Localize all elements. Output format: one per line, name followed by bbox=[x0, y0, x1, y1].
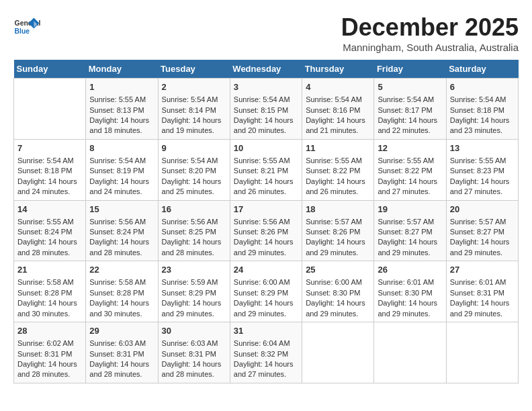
week-row-4: 28Sunrise: 6:02 AMSunset: 8:31 PMDayligh… bbox=[14, 322, 519, 383]
logo: General Blue bbox=[13, 13, 43, 40]
sunrise-time: Sunrise: 5:55 AM bbox=[306, 156, 362, 165]
sunrise-time: Sunrise: 6:00 AM bbox=[234, 278, 290, 286]
daylight-hours: Daylight: 14 hours and 29 minutes. bbox=[378, 238, 437, 256]
week-row-0: 1Sunrise: 5:55 AMSunset: 8:13 PMDaylight… bbox=[14, 79, 519, 140]
daylight-hours: Daylight: 14 hours and 27 minutes. bbox=[234, 360, 294, 378]
day-header-monday: Monday bbox=[86, 60, 158, 79]
calendar-cell: 14Sunrise: 5:55 AMSunset: 8:24 PMDayligh… bbox=[14, 200, 86, 261]
daylight-hours: Daylight: 14 hours and 30 minutes. bbox=[89, 299, 149, 317]
week-row-2: 14Sunrise: 5:55 AMSunset: 8:24 PMDayligh… bbox=[14, 200, 519, 261]
sunrise-time: Sunrise: 6:00 AM bbox=[306, 278, 362, 286]
daylight-hours: Daylight: 14 hours and 21 minutes. bbox=[306, 116, 365, 134]
sunrise-time: Sunrise: 5:54 AM bbox=[306, 95, 362, 103]
sunrise-time: Sunrise: 5:55 AM bbox=[89, 95, 146, 103]
daylight-hours: Daylight: 14 hours and 18 minutes. bbox=[89, 116, 149, 134]
calendar-cell: 19Sunrise: 5:57 AMSunset: 8:27 PMDayligh… bbox=[374, 200, 446, 261]
sunset-time: Sunset: 8:13 PM bbox=[89, 106, 144, 114]
svg-text:Blue: Blue bbox=[15, 28, 30, 35]
day-header-tuesday: Tuesday bbox=[158, 60, 230, 79]
sunset-time: Sunset: 8:27 PM bbox=[378, 228, 432, 236]
calendar-body: 1Sunrise: 5:55 AMSunset: 8:13 PMDaylight… bbox=[14, 79, 519, 383]
month-title: December 2025 bbox=[341, 13, 519, 42]
sunrise-time: Sunrise: 5:56 AM bbox=[162, 218, 218, 226]
calendar-cell: 24Sunrise: 6:00 AMSunset: 8:29 PMDayligh… bbox=[230, 261, 302, 322]
calendar-cell: 5Sunrise: 5:54 AMSunset: 8:17 PMDaylight… bbox=[374, 79, 446, 140]
daylight-hours: Daylight: 14 hours and 30 minutes. bbox=[17, 299, 77, 317]
day-number: 14 bbox=[17, 203, 82, 216]
daylight-hours: Daylight: 14 hours and 29 minutes. bbox=[450, 299, 510, 317]
day-number: 28 bbox=[17, 325, 82, 337]
sunset-time: Sunset: 8:17 PM bbox=[378, 106, 432, 114]
sunrise-time: Sunrise: 5:56 AM bbox=[234, 218, 290, 226]
sunrise-time: Sunrise: 5:58 AM bbox=[89, 278, 146, 286]
sunset-time: Sunset: 8:19 PM bbox=[89, 167, 144, 175]
calendar-cell: 26Sunrise: 6:01 AMSunset: 8:30 PMDayligh… bbox=[374, 261, 446, 322]
day-number: 4 bbox=[306, 81, 370, 93]
calendar-cell: 28Sunrise: 6:02 AMSunset: 8:31 PMDayligh… bbox=[14, 322, 86, 383]
daylight-hours: Daylight: 14 hours and 27 minutes. bbox=[378, 177, 437, 195]
sunrise-time: Sunrise: 5:57 AM bbox=[450, 218, 506, 226]
calendar-cell: 30Sunrise: 6:03 AMSunset: 8:31 PMDayligh… bbox=[158, 322, 230, 383]
sunset-time: Sunset: 8:21 PM bbox=[234, 167, 288, 175]
logo-icon: General Blue bbox=[13, 13, 40, 40]
day-number: 27 bbox=[450, 264, 515, 276]
sunset-time: Sunset: 8:31 PM bbox=[162, 350, 216, 358]
sunrise-time: Sunrise: 5:57 AM bbox=[306, 218, 362, 226]
calendar-cell: 31Sunrise: 6:04 AMSunset: 8:32 PMDayligh… bbox=[230, 322, 302, 383]
day-number: 11 bbox=[306, 142, 370, 154]
calendar-cell: 8Sunrise: 5:54 AMSunset: 8:19 PMDaylight… bbox=[86, 139, 158, 200]
calendar-table: SundayMondayTuesdayWednesdayThursdayFrid… bbox=[13, 60, 519, 383]
day-number: 8 bbox=[89, 142, 154, 154]
daylight-hours: Daylight: 14 hours and 29 minutes. bbox=[450, 238, 510, 256]
calendar-cell: 23Sunrise: 5:59 AMSunset: 8:29 PMDayligh… bbox=[158, 261, 230, 322]
day-number: 17 bbox=[234, 203, 298, 216]
sunrise-time: Sunrise: 6:03 AM bbox=[89, 339, 146, 347]
daylight-hours: Daylight: 14 hours and 29 minutes. bbox=[234, 238, 294, 256]
sunrise-time: Sunrise: 6:01 AM bbox=[378, 278, 434, 286]
sunrise-time: Sunrise: 5:54 AM bbox=[89, 156, 146, 165]
calendar-cell bbox=[14, 79, 86, 140]
sunrise-time: Sunrise: 5:54 AM bbox=[234, 95, 290, 103]
sunrise-time: Sunrise: 5:55 AM bbox=[450, 156, 506, 165]
day-number: 20 bbox=[450, 203, 515, 216]
sunset-time: Sunset: 8:24 PM bbox=[17, 228, 72, 236]
sunset-time: Sunset: 8:20 PM bbox=[162, 167, 216, 175]
sunset-time: Sunset: 8:30 PM bbox=[306, 289, 360, 297]
sunset-time: Sunset: 8:22 PM bbox=[378, 167, 432, 175]
day-number: 3 bbox=[234, 81, 298, 93]
day-number: 2 bbox=[162, 81, 226, 93]
sunrise-time: Sunrise: 5:54 AM bbox=[17, 156, 74, 165]
calendar-cell: 2Sunrise: 5:54 AMSunset: 8:14 PMDaylight… bbox=[158, 79, 230, 140]
daylight-hours: Daylight: 14 hours and 26 minutes. bbox=[306, 177, 365, 195]
calendar-cell: 12Sunrise: 5:55 AMSunset: 8:22 PMDayligh… bbox=[374, 139, 446, 200]
sunset-time: Sunset: 8:24 PM bbox=[89, 228, 144, 236]
daylight-hours: Daylight: 14 hours and 22 minutes. bbox=[378, 116, 437, 134]
sunrise-time: Sunrise: 5:55 AM bbox=[378, 156, 434, 165]
day-number: 12 bbox=[378, 142, 442, 154]
daylight-hours: Daylight: 14 hours and 19 minutes. bbox=[162, 116, 222, 134]
day-number: 18 bbox=[306, 203, 370, 216]
calendar-cell: 3Sunrise: 5:54 AMSunset: 8:15 PMDaylight… bbox=[230, 79, 302, 140]
daylight-hours: Daylight: 14 hours and 23 minutes. bbox=[450, 116, 510, 134]
sunset-time: Sunset: 8:26 PM bbox=[234, 228, 288, 236]
sunrise-time: Sunrise: 5:58 AM bbox=[17, 278, 74, 286]
day-number: 7 bbox=[17, 142, 82, 154]
sunrise-time: Sunrise: 5:55 AM bbox=[234, 156, 290, 165]
day-number: 6 bbox=[450, 81, 515, 93]
daylight-hours: Daylight: 14 hours and 29 minutes. bbox=[306, 238, 365, 256]
sunrise-time: Sunrise: 5:55 AM bbox=[17, 218, 74, 226]
day-number: 29 bbox=[89, 325, 154, 337]
calendar-cell: 15Sunrise: 5:56 AMSunset: 8:24 PMDayligh… bbox=[86, 200, 158, 261]
page-header: General Blue December 2025 Manningham, S… bbox=[13, 13, 519, 53]
calendar-cell: 7Sunrise: 5:54 AMSunset: 8:18 PMDaylight… bbox=[14, 139, 86, 200]
daylight-hours: Daylight: 14 hours and 28 minutes. bbox=[162, 238, 222, 256]
sunset-time: Sunset: 8:16 PM bbox=[306, 106, 360, 114]
calendar-cell: 11Sunrise: 5:55 AMSunset: 8:22 PMDayligh… bbox=[302, 139, 374, 200]
day-number: 9 bbox=[162, 142, 226, 154]
daylight-hours: Daylight: 14 hours and 27 minutes. bbox=[450, 177, 510, 195]
sunrise-time: Sunrise: 5:57 AM bbox=[378, 218, 434, 226]
day-number: 23 bbox=[162, 264, 226, 276]
sunset-time: Sunset: 8:26 PM bbox=[306, 228, 360, 236]
sunset-time: Sunset: 8:18 PM bbox=[450, 106, 504, 114]
sunrise-time: Sunrise: 5:56 AM bbox=[89, 218, 146, 226]
